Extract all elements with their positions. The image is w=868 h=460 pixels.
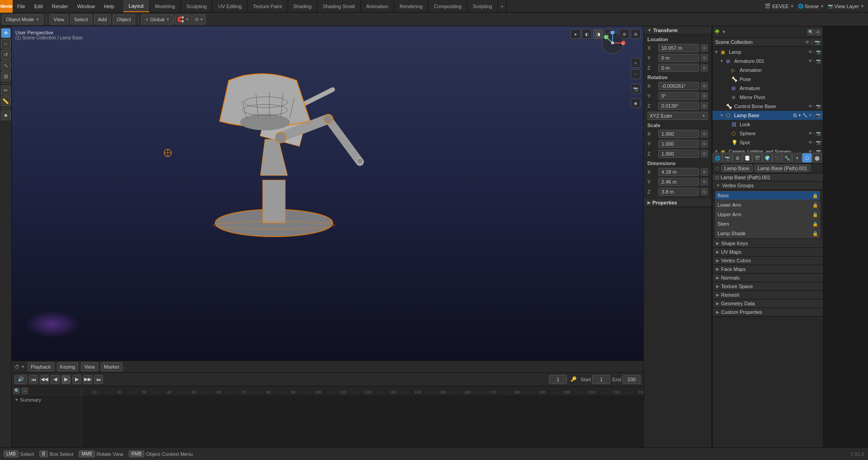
transform-tool-btn[interactable]: ⊞ bbox=[1, 71, 11, 81]
tree-item-animation[interactable]: ▷ Animation bbox=[712, 66, 823, 75]
vgroup-lamp-shade[interactable]: Lamp Shade 🔒 bbox=[715, 229, 820, 238]
start-frame-input[interactable]: 1 bbox=[592, 375, 610, 384]
cb-sel[interactable]: ↑ bbox=[813, 104, 816, 109]
tab-modeling[interactable]: Modeling bbox=[150, 0, 181, 12]
vgroup-larm-lock[interactable]: 🔒 bbox=[812, 203, 818, 208]
vgroup-uarm-lock[interactable]: 🔒 bbox=[812, 212, 818, 217]
outliner-menu-btn[interactable]: ▼ bbox=[722, 29, 726, 34]
snap-btn[interactable]: 🧲 ▼ bbox=[175, 14, 192, 24]
sc-y-copy-btn[interactable]: ⧉ bbox=[701, 140, 708, 147]
sc-z-copy-btn[interactable]: ⧉ bbox=[701, 150, 708, 157]
dim-y-copy-btn[interactable]: ⧉ bbox=[701, 178, 708, 185]
vgroup-base-lock[interactable]: 🔒 bbox=[812, 193, 818, 198]
lb-vis[interactable]: 👁 bbox=[808, 113, 812, 118]
tab-layout[interactable]: Layout bbox=[123, 0, 150, 12]
move-tool-btn[interactable]: ↔ bbox=[1, 39, 11, 49]
proportional-edit-btn[interactable]: ⊙ ▼ bbox=[193, 14, 206, 24]
outliner-visibility-icon[interactable]: 👁 bbox=[805, 40, 810, 45]
rotate-tool-btn[interactable]: ↺ bbox=[1, 50, 11, 60]
sc-z-input[interactable]: 1.000 bbox=[658, 150, 699, 158]
scenery-ren[interactable]: 📷 bbox=[816, 149, 821, 152]
tab-sculpting[interactable]: Sculpting bbox=[181, 0, 212, 12]
tree-item-scenery[interactable]: ▼ ▣ Camera, Lighting, and Scenery 👁 ↑ 📷 bbox=[712, 147, 823, 152]
properties-section-header[interactable]: ▶ Properties bbox=[644, 199, 712, 207]
playback-menu-btn[interactable]: Playback bbox=[28, 362, 54, 371]
sphere-ren[interactable]: 📷 bbox=[816, 131, 821, 136]
loc-x-copy-btn[interactable]: ⧉ bbox=[701, 44, 708, 52]
transform-space-btn[interactable]: ⊕ Global ▼ bbox=[141, 14, 174, 24]
vertex-groups-header[interactable]: ▼ Vertex Groups bbox=[712, 181, 823, 190]
sc-x-copy-btn[interactable]: ⧉ bbox=[701, 130, 708, 138]
viewlayer-selector[interactable]: 📷 View Layer ▼ bbox=[828, 4, 864, 9]
outliner-render-icon[interactable]: 📷 bbox=[815, 40, 820, 45]
tree-item-mirror-pivot[interactable]: ⊕ Mirror Pivot bbox=[712, 93, 823, 102]
tree-item-armature001[interactable]: ▼ ⊞ Armature.001 👁 ↑ 📷 bbox=[712, 57, 823, 66]
tree-item-lamp[interactable]: ▼ ▣ Lamp 👁 ↑ 📷 bbox=[712, 47, 823, 57]
sc-y-input[interactable]: 1.000 bbox=[658, 140, 699, 148]
tree-item-pose[interactable]: 🦴 Pose bbox=[712, 75, 823, 84]
cb-ren[interactable]: 📷 bbox=[816, 104, 821, 109]
rot-x-input[interactable]: -0.000261° bbox=[658, 82, 699, 90]
object-mode-btn[interactable]: Object Mode ▼ bbox=[2, 14, 43, 24]
dataprop-tab[interactable]: ⬡ bbox=[802, 153, 812, 163]
modprop-tab[interactable]: 🔧 bbox=[782, 153, 792, 163]
timeline-filter-btn[interactable]: ↔ bbox=[22, 388, 28, 394]
arm001-ren[interactable]: 📷 bbox=[816, 59, 821, 63]
scene-prop-tab[interactable]: 🌐 bbox=[712, 153, 722, 163]
face-maps-header[interactable]: ▶ Face Maps bbox=[712, 265, 823, 274]
outputprop-tab[interactable]: 🖥 bbox=[732, 153, 742, 163]
marker-menu-btn[interactable]: Marker bbox=[101, 362, 123, 371]
viewport-shading-material[interactable]: ◐ bbox=[582, 29, 592, 39]
select-menu-btn[interactable]: Select bbox=[70, 14, 92, 24]
linked-path-btn[interactable]: Lamp Base (Path).001 bbox=[755, 165, 811, 172]
play-btn[interactable]: ▶ bbox=[61, 375, 71, 384]
sphere-sel[interactable]: ↑ bbox=[813, 131, 816, 136]
scene-selector[interactable]: 🌐 Scene ▼ bbox=[798, 4, 824, 9]
tree-item-look[interactable]: ⛓ Look bbox=[712, 120, 823, 129]
keying-menu-btn[interactable]: Keying bbox=[57, 362, 79, 371]
rotation-mode-dropdown[interactable]: XYZ Euler ▼ bbox=[647, 112, 708, 120]
end-frame-input[interactable]: 330 bbox=[623, 375, 641, 384]
view-menu-btn[interactable]: View bbox=[49, 14, 68, 24]
shape-keys-header[interactable]: ▶ Shape Keys bbox=[712, 239, 823, 248]
rot-y-input[interactable]: 0° bbox=[658, 92, 699, 100]
lamp-render-btn[interactable]: 📷 bbox=[816, 50, 821, 54]
measure-btn[interactable]: 📏 bbox=[1, 96, 11, 106]
vgroup-upper-arm[interactable]: Upper Arm 🔒 bbox=[715, 210, 820, 219]
viewlayerprop-tab[interactable]: 📑 bbox=[742, 153, 752, 163]
spot-ren[interactable]: 📷 bbox=[816, 140, 821, 145]
remesh-header[interactable]: ▶ Remesh bbox=[712, 291, 823, 299]
tab-uv-editing[interactable]: UV Editing bbox=[212, 0, 247, 12]
3d-gizmo[interactable]: X Y Z bbox=[600, 31, 625, 56]
rot-z-input[interactable]: 0.0139° bbox=[658, 102, 699, 110]
particleprop-tab[interactable]: ✦ bbox=[792, 153, 802, 163]
vgroup-base[interactable]: Base 🔒 bbox=[715, 191, 820, 200]
dim-z-input[interactable]: 3.8 m bbox=[658, 188, 699, 196]
tab-rendering[interactable]: Rendering bbox=[394, 0, 429, 12]
scenery-sel[interactable]: ↑ bbox=[813, 149, 816, 152]
tab-texture-paint[interactable]: Texture Paint bbox=[247, 0, 288, 12]
rot-z-copy-btn[interactable]: ⧉ bbox=[701, 102, 708, 109]
spot-vis[interactable]: 👁 bbox=[808, 140, 812, 145]
local-view-btn[interactable]: ☻ bbox=[631, 98, 641, 108]
tab-scripting[interactable]: Scripting bbox=[467, 0, 498, 12]
worldprop-tab[interactable]: 🌍 bbox=[762, 153, 772, 163]
tree-item-armature[interactable]: ⊞ Armature bbox=[712, 84, 823, 93]
geometry-data-header[interactable]: ▶ Geometry Data bbox=[712, 299, 823, 308]
loc-y-copy-btn[interactable]: ⧉ bbox=[701, 54, 708, 62]
outliner-filter-btn[interactable]: 🔍 bbox=[807, 29, 814, 35]
annotate-btn[interactable]: ✏ bbox=[1, 85, 11, 95]
vgroup-lower-arm[interactable]: Lower Arm 🔒 bbox=[715, 200, 820, 209]
cb-vis[interactable]: 👁 bbox=[808, 104, 812, 109]
tree-item-sphere[interactable]: ⬡ Sphere 👁 ↑ 📷 bbox=[712, 129, 823, 138]
add-cube-btn[interactable]: ■ bbox=[1, 110, 11, 120]
dim-y-input[interactable]: 2.46 m bbox=[658, 178, 699, 186]
viewport-gizmos-btn[interactable]: ⊗ bbox=[631, 29, 641, 39]
next-frame-btn[interactable]: ▶ bbox=[72, 375, 81, 384]
current-frame-input[interactable]: 1 bbox=[549, 375, 567, 384]
add-menu-btn[interactable]: Add bbox=[94, 14, 111, 24]
dim-z-copy-btn[interactable]: ⧉ bbox=[701, 188, 708, 195]
tree-item-spot[interactable]: 💡 Spot 👁 ↑ 📷 bbox=[712, 138, 823, 147]
texture-space-header[interactable]: ▶ Texture Space bbox=[712, 282, 823, 291]
sphere-vis[interactable]: 👁 bbox=[808, 131, 812, 136]
